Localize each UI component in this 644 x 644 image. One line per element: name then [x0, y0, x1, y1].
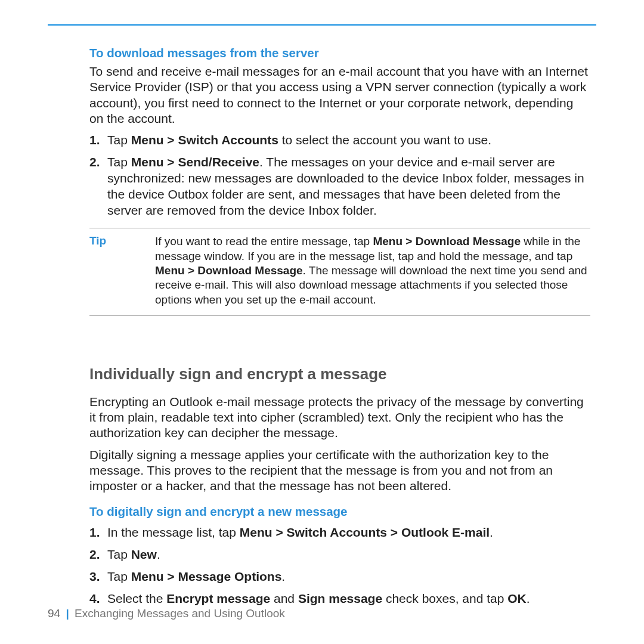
document-page: To download messages from the server To … [0, 0, 644, 644]
step-item: Tap Menu > Send/Receive. The messages on… [89, 154, 590, 219]
steps-download: Tap Menu > Switch Accounts to select the… [89, 132, 590, 218]
intro-paragraph: To send and receive e-mail messages for … [89, 64, 590, 126]
steps-sign-encrypt: In the message list, tap Menu > Switch A… [89, 525, 590, 607]
sub-heading-sign-encrypt: To digitally sign and encrypt a new mess… [89, 504, 590, 519]
step-text: Tap [107, 155, 131, 169]
step-item: Tap New. [89, 547, 590, 563]
step-item: Tap Menu > Switch Accounts to select the… [89, 132, 590, 148]
tip-label: Tip [89, 234, 155, 307]
step-bold: New [131, 547, 157, 561]
step-bold: Menu > Switch Accounts > Outlook E-mail [240, 525, 490, 539]
step-text: to select the account you want to use. [278, 133, 491, 147]
sub-heading-download: To download messages from the server [89, 46, 590, 60]
footer-divider: | [66, 607, 69, 620]
page-footer: 94 | Exchanging Messages and Using Outlo… [48, 607, 285, 620]
step-text: Tap [107, 569, 131, 583]
page-number: 94 [48, 607, 60, 620]
step-bold: Menu > Send/Receive [131, 155, 259, 169]
step-text: . [157, 547, 160, 561]
step-bold: Encrypt message [166, 592, 270, 605]
step-bold: OK [507, 592, 527, 605]
step-text: and [270, 592, 298, 605]
step-text: . [490, 525, 493, 539]
step-bold: Sign message [298, 592, 382, 605]
step-text: Tap [107, 547, 131, 561]
step-text: . [527, 592, 530, 605]
step-text: check boxes, and tap [382, 592, 507, 605]
step-text: In the message list, tap [107, 525, 240, 539]
top-rule [48, 24, 596, 26]
step-item: Tap Menu > Message Options. [89, 569, 590, 585]
step-bold: Menu > Switch Accounts [131, 133, 278, 147]
tip-bold: Menu > Download Message [373, 235, 521, 247]
step-bold: Menu > Message Options [131, 569, 282, 583]
content-area: To download messages from the server To … [48, 46, 596, 607]
tip-run: If you want to read the entire message, … [155, 235, 373, 247]
step-item: In the message list, tap Menu > Switch A… [89, 525, 590, 541]
step-item: Select the Encrypt message and Sign mess… [89, 591, 590, 607]
step-text: Tap [107, 133, 131, 147]
section-heading-encrypt: Individually sign and encrypt a message [89, 365, 590, 383]
tip-box: Tip If you want to read the entire messa… [89, 228, 590, 316]
step-text: Select the [107, 592, 166, 605]
encrypt-para-1: Encrypting an Outlook e-mail message pro… [89, 394, 590, 441]
encrypt-para-2: Digitally signing a message applies your… [89, 447, 590, 494]
chapter-title: Exchanging Messages and Using Outlook [75, 607, 285, 620]
tip-bold: Menu > Download Message [155, 264, 303, 277]
step-text: . [281, 569, 285, 583]
tip-text: If you want to read the entire message, … [155, 234, 590, 307]
